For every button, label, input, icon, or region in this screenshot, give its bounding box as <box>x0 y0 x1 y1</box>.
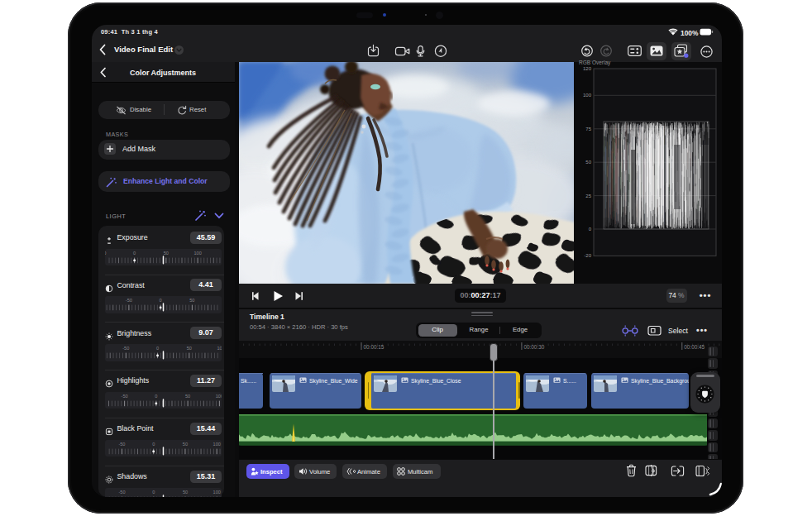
svg-text:100: 100 <box>216 394 222 399</box>
svg-text:100: 100 <box>213 490 221 495</box>
svg-text:-50: -50 <box>122 346 129 351</box>
svg-text:75: 75 <box>585 127 591 131</box>
svg-text:50: 50 <box>189 298 194 303</box>
svg-text:0: 0 <box>160 298 162 303</box>
svg-text:0: 0 <box>156 346 159 351</box>
svg-text:-50: -50 <box>105 251 106 256</box>
svg-text:120: 120 <box>583 66 592 71</box>
svg-text:00:00:15: 00:00:15 <box>364 344 385 350</box>
svg-text:50: 50 <box>185 394 190 399</box>
svg-text:50: 50 <box>585 160 591 165</box>
svg-text:-50: -50 <box>118 442 125 447</box>
svg-text:00:00:30: 00:00:30 <box>523 344 544 350</box>
svg-text:00:00:45: 00:00:45 <box>684 344 705 350</box>
svg-text:0: 0 <box>155 394 157 399</box>
svg-text:50: 50 <box>164 251 169 256</box>
svg-text:100: 100 <box>213 442 221 447</box>
svg-text:100: 100 <box>193 251 201 256</box>
svg-text:50: 50 <box>187 346 192 351</box>
svg-text:0: 0 <box>589 227 592 232</box>
svg-text:-50: -50 <box>118 490 125 495</box>
svg-text:100%: 100% <box>681 29 699 37</box>
svg-text:100: 100 <box>217 346 222 351</box>
svg-text:0: 0 <box>152 490 155 495</box>
svg-text:-50: -50 <box>122 394 128 399</box>
svg-text:-50: -50 <box>126 298 132 303</box>
svg-text:50: 50 <box>183 490 188 495</box>
svg-text:0: 0 <box>133 251 136 256</box>
svg-text:100: 100 <box>583 93 592 98</box>
svg-text:-20: -20 <box>584 253 591 258</box>
svg-text:50: 50 <box>183 442 188 447</box>
svg-text:25: 25 <box>585 194 591 198</box>
svg-text:0: 0 <box>152 442 155 447</box>
